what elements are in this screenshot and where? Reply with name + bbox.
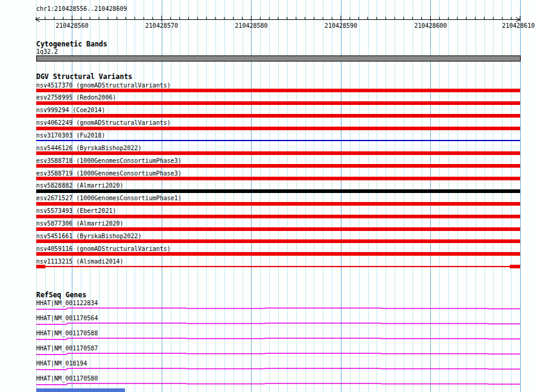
gene-label[interactable]: HHAT|NM_001170588 (36, 330, 98, 337)
variant-bar[interactable] (36, 227, 520, 231)
gene-line[interactable] (36, 321, 520, 326)
gene-label[interactable]: HHAT|NM_001170564 (36, 315, 98, 321)
variant-bar[interactable] (36, 89, 520, 92)
variant-bar[interactable] (36, 239, 520, 243)
gene-label[interactable]: HHAT|NM_018194 (36, 360, 87, 367)
cytoband-label: 1q32.2 (36, 48, 58, 55)
variant-bar[interactable] (36, 189, 520, 193)
gene-line[interactable] (36, 306, 520, 311)
variant-label[interactable]: nsv1113215 (Alsmadi2014) (36, 258, 124, 265)
cytoband-bar[interactable] (36, 55, 521, 62)
variant-line[interactable] (36, 140, 520, 141)
gene-label[interactable]: HHAT|NM_001170580 (36, 375, 98, 382)
ruler-tick-label: 210428590 (325, 22, 357, 29)
variant-bar[interactable] (36, 177, 520, 180)
variant-bar[interactable] (36, 252, 520, 256)
track-header-dgv: DGV Structural Variants (36, 73, 132, 80)
variant-bar[interactable] (36, 151, 520, 155)
ruler-tick-label: 210428580 (235, 22, 267, 29)
gene-line[interactable] (36, 367, 520, 371)
variant-bar[interactable] (36, 114, 520, 118)
track-header-refseq: RefSeq Genes (36, 291, 86, 299)
ruler-tick-label: 210428560 (56, 22, 88, 29)
variant-label[interactable]: esv2758995 (Redon2006) (36, 94, 116, 101)
variant-bar[interactable] (36, 164, 520, 168)
gene-label[interactable]: HHAT|NM_001170587 (36, 345, 98, 352)
variant-endblock[interactable] (510, 265, 520, 268)
variant-endblock[interactable] (36, 265, 45, 268)
variant-label[interactable]: nsv5877306 (Almarri2020) (36, 220, 124, 227)
variant-label[interactable]: nsv4517370 (gnomADStructuralVariants) (36, 82, 171, 89)
variant-label[interactable]: nsv3170303 (Fu2018) (36, 132, 105, 139)
variant-bar[interactable] (36, 215, 520, 218)
track-header-cytobands: Cytogenetic Bands (36, 40, 107, 48)
variant-line[interactable] (36, 266, 520, 267)
variant-bar[interactable] (36, 127, 520, 130)
variant-label[interactable]: nsv5828882 (Almarri2020) (36, 182, 124, 189)
gene-line[interactable] (36, 382, 520, 387)
variant-label[interactable]: esv3588719 (1000GenomesConsortiumPhase3) (36, 170, 182, 177)
ruler-tick-label: 210428600 (414, 22, 446, 29)
variant-label[interactable]: esv2671527 (1000GenomesConsortiumPhase1) (36, 195, 182, 201)
variant-bar[interactable] (36, 101, 520, 105)
variant-label[interactable]: nsv4062249 (gnomADStructuralVariants) (36, 119, 171, 126)
variant-label[interactable]: nsv999294 (Coe2014) (36, 107, 105, 113)
ruler-tick-label: 210428570 (145, 22, 178, 29)
variant-label[interactable]: nsv5573493 (Ebert2021) (36, 207, 116, 214)
variant-label[interactable]: esv3588718 (1000GenomesConsortiumPhase3) (36, 157, 182, 164)
gene-line[interactable] (36, 352, 520, 356)
variant-bar[interactable] (36, 202, 520, 206)
genome-browser-view: chr1:210428556..210428609 21042856021042… (0, 0, 537, 392)
gene-label[interactable]: HHAT|NM_001122834 (36, 300, 98, 306)
variant-label[interactable]: nsv4059116 (gnomADStructuralVariants) (36, 245, 171, 252)
ruler-tick-label: 210428610 (502, 22, 535, 29)
scrollbar-thumb[interactable] (36, 388, 125, 392)
variant-label[interactable]: nsv5446126 (ByrskaBishop2022) (36, 145, 142, 151)
gene-line[interactable] (36, 337, 520, 341)
variant-label[interactable]: nsv5451661 (ByrskaBishop2022) (36, 233, 142, 239)
